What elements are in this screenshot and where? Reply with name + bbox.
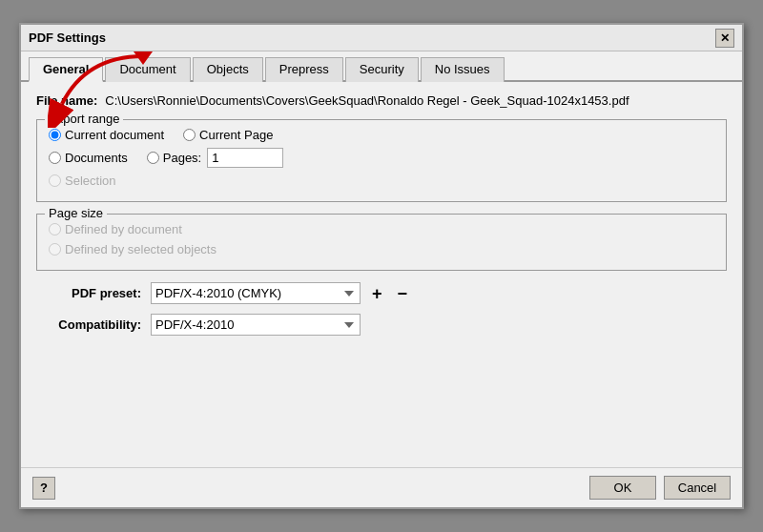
export-range-legend: Export range [45, 112, 123, 126]
close-button[interactable]: ✕ [715, 29, 734, 48]
export-range-row1: Current document Current Page [49, 128, 714, 142]
dialog-buttons: OK Cancel [589, 476, 731, 500]
radio-defined-by-document: Defined by document [49, 222, 182, 236]
tabs-row: General Document Objects Prepress Securi… [21, 51, 742, 82]
compatibility-row: Compatibility: PDF/X-4:2010 PDF/X-1a:200… [36, 314, 727, 336]
radio-pages[interactable]: Pages: [147, 151, 201, 165]
pages-input[interactable] [207, 148, 283, 168]
radio-current-document[interactable]: Current document [49, 128, 164, 142]
tab-document[interactable]: Document [105, 57, 190, 82]
bottom-bar: ? OK Cancel [21, 467, 742, 507]
export-range-group: Export range Current document Current Pa… [36, 119, 727, 202]
pages-row: Pages: [147, 148, 283, 168]
file-name-value: C:\Users\Ronnie\Documents\Covers\GeekSqu… [105, 93, 629, 108]
pdf-preset-dropdown[interactable]: PDF/X-4:2010 (CMYK) PDF/X-1a:2001 PDF/X-… [151, 282, 361, 304]
page-size-row2: Defined by selected objects [49, 242, 714, 256]
dialog-title: PDF Settings [29, 31, 106, 45]
ok-button[interactable]: OK [589, 476, 656, 500]
title-bar: PDF Settings ✕ [21, 25, 742, 51]
page-size-legend: Page size [45, 206, 107, 220]
page-size-row1: Defined by document [49, 222, 714, 236]
file-name-label: File name: [36, 93, 97, 108]
tab-prepress[interactable]: Prepress [265, 57, 343, 82]
tab-no-issues[interactable]: No Issues [421, 57, 505, 82]
content-area: File name: C:\Users\Ronnie\Documents\Cov… [21, 82, 742, 467]
compatibility-label: Compatibility: [36, 317, 141, 332]
pdf-preset-row: PDF preset: PDF/X-4:2010 (CMYK) PDF/X-1a… [36, 282, 727, 304]
radio-current-page[interactable]: Current Page [183, 128, 273, 142]
export-range-row2: Documents Pages: [49, 148, 714, 168]
cancel-button[interactable]: Cancel [664, 476, 731, 500]
compatibility-dropdown[interactable]: PDF/X-4:2010 PDF/X-1a:2001 PDF 1.4 [151, 314, 361, 336]
compatibility-wrapper: PDF/X-4:2010 PDF/X-1a:2001 PDF 1.4 [151, 314, 361, 336]
help-button[interactable]: ? [32, 477, 55, 500]
preset-add-button[interactable]: + [368, 285, 386, 302]
pdf-settings-dialog: PDF Settings ✕ General Document Objects … [19, 23, 744, 509]
page-size-group: Page size Defined by document Defined by… [36, 214, 727, 271]
pdf-preset-label: PDF preset: [36, 286, 141, 300]
preset-remove-button[interactable]: − [394, 285, 412, 302]
radio-documents[interactable]: Documents [49, 151, 128, 165]
file-name-row: File name: C:\Users\Ronnie\Documents\Cov… [36, 93, 727, 108]
tab-general[interactable]: General [29, 57, 103, 82]
pdf-preset-wrapper: PDF/X-4:2010 (CMYK) PDF/X-1a:2001 PDF/X-… [151, 282, 411, 304]
radio-selection: Selection [49, 174, 115, 188]
export-range-row3: Selection [49, 174, 714, 188]
tab-security[interactable]: Security [345, 57, 419, 82]
radio-defined-by-selected: Defined by selected objects [49, 242, 217, 256]
tab-objects[interactable]: Objects [193, 57, 263, 82]
